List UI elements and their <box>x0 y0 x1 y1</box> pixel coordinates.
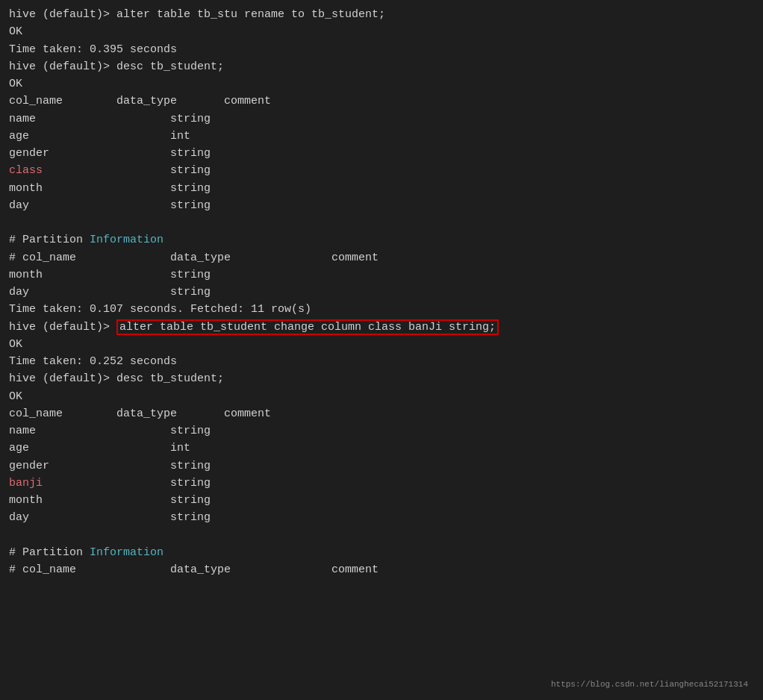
line-24: col_name data_type comment <box>9 405 754 422</box>
line-27: gender string <box>9 457 754 475</box>
line-28: banji string <box>9 475 754 492</box>
line-1: hive (default)> alter table tb_stu renam… <box>9 6 754 23</box>
line-16: month string <box>9 266 754 284</box>
terminal: hive (default)> alter table tb_stu renam… <box>9 6 754 694</box>
line-23: OK <box>9 388 754 405</box>
line-10: class string <box>9 162 754 179</box>
line-33: # col_name data_type comment <box>9 561 754 578</box>
line-2: OK <box>9 23 754 40</box>
line-13 <box>9 214 754 231</box>
line-5: OK <box>9 75 754 93</box>
line-32: # Partition Information <box>9 544 754 561</box>
line-25: name string <box>9 422 754 440</box>
line-30: day string <box>9 509 754 526</box>
line-19: hive (default)> alter table tb_student c… <box>9 319 754 336</box>
line-15: # col_name data_type comment <box>9 249 754 266</box>
watermark: https://blog.csdn.net/lianghecai52171314 <box>551 678 748 691</box>
prompt-19: hive (default)> <box>9 321 116 334</box>
cyan-information-1: Information <box>90 234 164 246</box>
prompt-1: hive (default)> alter table tb_stu renam… <box>9 8 385 21</box>
line-3: Time taken: 0.395 seconds <box>9 41 754 58</box>
line-14: # Partition Information <box>9 231 754 249</box>
red-keyword-banji: banji <box>9 477 43 490</box>
line-17: day string <box>9 284 754 301</box>
line-22: hive (default)> desc tb_student; <box>9 370 754 387</box>
line-7: name string <box>9 110 754 128</box>
line-11: month string <box>9 180 754 197</box>
line-4: hive (default)> desc tb_student; <box>9 58 754 75</box>
line-29: month string <box>9 492 754 509</box>
line-31 <box>9 527 754 544</box>
line-26: age int <box>9 440 754 457</box>
line-12: day string <box>9 197 754 214</box>
line-9: gender string <box>9 145 754 162</box>
cyan-information-2: Information <box>90 546 164 559</box>
line-8: age int <box>9 128 754 145</box>
line-21: Time taken: 0.252 seconds <box>9 353 754 370</box>
line-6: col_name data_type comment <box>9 93 754 110</box>
line-20: OK <box>9 336 754 353</box>
line-18: Time taken: 0.107 seconds. Fetched: 11 r… <box>9 301 754 318</box>
red-keyword-class: class <box>9 164 43 177</box>
highlighted-command: alter table tb_student change column cla… <box>116 319 499 335</box>
